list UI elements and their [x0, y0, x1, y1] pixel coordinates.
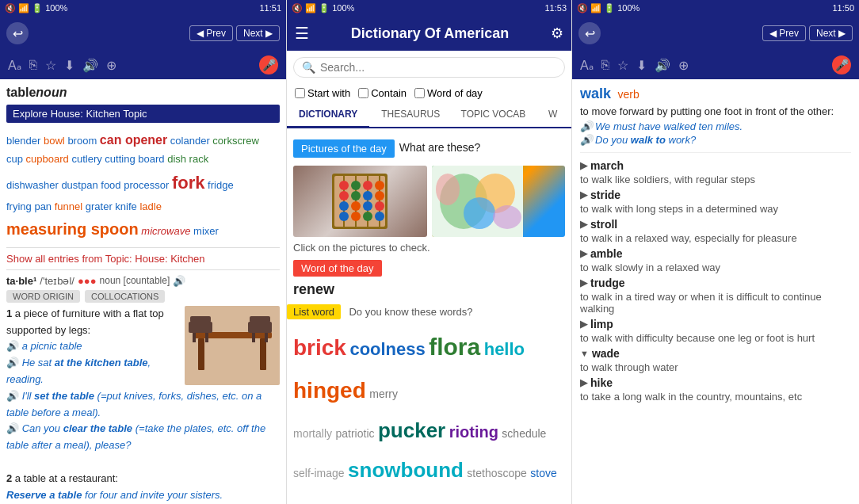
- arrow-icon-hike: ▶: [580, 377, 587, 388]
- wc-rioting[interactable]: rioting: [449, 423, 498, 441]
- word-dishwasher[interactable]: dishwasher: [6, 179, 59, 191]
- sound-icon-left[interactable]: 🔊: [82, 58, 98, 73]
- sound-icon-ex2[interactable]: 🔊: [580, 134, 593, 146]
- word-fridge[interactable]: fridge: [208, 179, 234, 191]
- show-more-link[interactable]: Show all entries from Topic: House: Kitc…: [6, 253, 280, 265]
- word-dish-rack[interactable]: dish rack: [167, 153, 208, 165]
- picture-abacus[interactable]: [293, 166, 427, 237]
- explore-button[interactable]: Explore House: Kitchen Topic: [6, 105, 280, 123]
- filter-word-of-day[interactable]: Word of day: [414, 87, 483, 99]
- sound-icon-ex1[interactable]: 🔊: [580, 120, 593, 132]
- start-with-checkbox[interactable]: [295, 88, 305, 98]
- word-knife[interactable]: knife: [115, 200, 136, 212]
- filter-start-with[interactable]: Start with: [295, 87, 350, 99]
- word-bowl[interactable]: bowl: [44, 135, 65, 147]
- wc-snowbound[interactable]: snowbound: [348, 458, 464, 482]
- tab-dictionary[interactable]: DICTIONARY: [287, 102, 369, 128]
- walk-separator: [580, 152, 851, 153]
- arrow-icon-stride: ▶: [580, 189, 587, 200]
- word-cup[interactable]: cup: [6, 153, 23, 165]
- tab-thesaurus[interactable]: THESAURUS: [369, 102, 452, 127]
- wc-pucker[interactable]: pucker: [378, 418, 445, 442]
- word-frying-pan[interactable]: frying pan: [6, 200, 52, 212]
- font-size-icon[interactable]: Aₐ: [8, 58, 21, 73]
- wc-coolness[interactable]: coolness: [349, 339, 425, 359]
- copy-icon[interactable]: ⎘: [29, 58, 37, 72]
- font-size-icon-right[interactable]: Aₐ: [580, 58, 594, 73]
- def-ex3: I'll set the table (=put knives, forks, …: [6, 390, 262, 418]
- def-sound-2[interactable]: 🔊: [6, 357, 19, 368]
- wc-stove[interactable]: stove: [530, 467, 556, 479]
- word-food-processor[interactable]: food processor: [101, 179, 169, 191]
- word-funnel[interactable]: funnel: [55, 200, 82, 212]
- pictures-row: [287, 166, 571, 237]
- art-svg: [432, 166, 523, 237]
- word-mixer[interactable]: mixer: [193, 225, 219, 237]
- add-icon-right[interactable]: ⊕: [678, 58, 689, 73]
- back-button-left[interactable]: ↩: [6, 22, 29, 44]
- download-icon[interactable]: ⬇: [64, 58, 74, 73]
- word-measuring-spoon[interactable]: measuring spoon: [6, 220, 139, 238]
- wc-merry[interactable]: merry: [369, 388, 398, 400]
- wc-schedule[interactable]: schedule: [502, 427, 546, 440]
- picture-art[interactable]: [432, 166, 566, 237]
- word-cutting-board[interactable]: cutting board: [105, 153, 164, 165]
- prev-button-right[interactable]: ◀ Prev: [762, 25, 806, 41]
- bookmark-icon[interactable]: ☆: [45, 58, 56, 73]
- word-fork[interactable]: fork: [172, 173, 205, 193]
- filter-contain[interactable]: Contain: [358, 87, 407, 99]
- menu-icon[interactable]: ☰: [295, 24, 309, 43]
- word-ladle[interactable]: ladle: [139, 200, 161, 212]
- bookmark-icon-right[interactable]: ☆: [617, 58, 628, 73]
- tab-topic-vocab[interactable]: TOPIC VOCAB: [452, 102, 534, 127]
- mic-button-left[interactable]: 🎤: [259, 55, 278, 74]
- word-colander[interactable]: colander: [170, 135, 210, 147]
- wc-hinged[interactable]: hinged: [293, 378, 366, 403]
- synonym-wade-word: ▼ wade: [580, 347, 851, 360]
- wc-self-image[interactable]: self-image: [293, 467, 345, 479]
- word-dustpan[interactable]: dustpan: [61, 179, 97, 191]
- next-button-right[interactable]: Next ▶: [809, 25, 853, 41]
- word-blender[interactable]: blender: [6, 135, 40, 147]
- walk-example-2: 🔊 Do you walk to work?: [580, 134, 851, 146]
- phonetic-sound-icon[interactable]: 🔊: [173, 275, 185, 287]
- add-icon-left[interactable]: ⊕: [106, 58, 116, 73]
- sound-icon-right[interactable]: 🔊: [655, 58, 670, 73]
- def-sound-1[interactable]: 🔊: [6, 340, 19, 352]
- word-cupboard[interactable]: cupboard: [26, 153, 69, 165]
- collocations-btn[interactable]: COLLOCATIONS: [85, 290, 165, 303]
- next-button-left[interactable]: Next ▶: [236, 25, 280, 41]
- def-sound-4[interactable]: 🔊: [6, 422, 19, 434]
- word-origin-btn[interactable]: WORD ORIGIN: [6, 290, 80, 303]
- mic-button-right[interactable]: 🎤: [832, 55, 851, 74]
- status-icons-mid: 🔇 📶 🔋 100%: [292, 3, 354, 13]
- word-grater[interactable]: grater: [86, 200, 113, 212]
- wc-patriotic[interactable]: patriotic: [335, 427, 374, 440]
- back-button-right[interactable]: ↩: [578, 22, 601, 44]
- gear-icon[interactable]: ⚙: [551, 25, 563, 42]
- wc-mortally[interactable]: mortally: [293, 427, 332, 440]
- word-can-opener[interactable]: can opener: [100, 133, 167, 147]
- wc-brick[interactable]: brick: [293, 335, 346, 360]
- contain-checkbox[interactable]: [358, 88, 368, 98]
- word-broom[interactable]: broom: [67, 135, 97, 147]
- wc-hello[interactable]: hello: [484, 339, 525, 359]
- wod-word[interactable]: renew: [287, 280, 571, 300]
- tab-more[interactable]: W: [535, 102, 571, 127]
- svg-rect-8: [265, 333, 268, 342]
- search-input[interactable]: [320, 61, 556, 74]
- word-of-day-checkbox[interactable]: [414, 88, 425, 98]
- wc-stethoscope[interactable]: stethoscope: [467, 467, 527, 479]
- copy-icon-right[interactable]: ⎘: [601, 58, 609, 72]
- walk-word[interactable]: walk: [580, 86, 611, 101]
- phonetic-word[interactable]: ta·ble¹: [6, 275, 36, 287]
- prev-button-left[interactable]: ◀ Prev: [189, 25, 233, 41]
- word-corkscrew[interactable]: corkscrew: [212, 135, 259, 147]
- download-icon-right[interactable]: ⬇: [636, 58, 647, 73]
- arrow-icon-stroll: ▶: [580, 219, 587, 230]
- word-microwave[interactable]: microwave: [141, 225, 190, 237]
- wc-flora[interactable]: flora: [429, 334, 480, 360]
- def-sound-3[interactable]: 🔊: [6, 390, 19, 402]
- word-cutlery[interactable]: cutlery: [71, 153, 101, 165]
- synonym-trudge-word: ▶ trudge: [580, 277, 851, 289]
